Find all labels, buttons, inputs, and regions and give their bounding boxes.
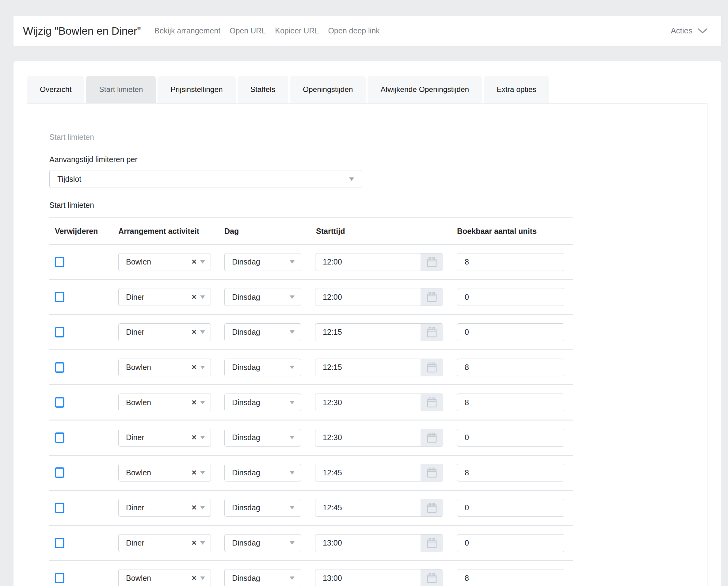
chevron-down-icon: [200, 436, 205, 439]
start-time-input[interactable]: [315, 534, 420, 552]
clear-icon[interactable]: ×: [191, 469, 197, 477]
calendar-button[interactable]: [420, 254, 443, 271]
day-select[interactable]: Dinsdag: [225, 288, 301, 306]
page-title: Wijzig "Bowlen en Diner": [23, 25, 141, 37]
start-time-input[interactable]: [315, 254, 420, 271]
calendar-button[interactable]: [420, 288, 443, 305]
units-input[interactable]: [457, 534, 564, 552]
row-delete-checkbox[interactable]: [55, 432, 64, 443]
day-select[interactable]: Dinsdag: [225, 464, 301, 481]
calendar-icon: [427, 362, 437, 373]
calendar-button[interactable]: [420, 534, 443, 552]
start-time-input[interactable]: [315, 324, 420, 341]
table-row: Diner × Dinsdag: [49, 421, 573, 456]
day-select[interactable]: Dinsdag: [225, 534, 301, 552]
day-select[interactable]: Dinsdag: [225, 253, 301, 271]
column-header-units: Boekbaar aantal units: [457, 227, 537, 235]
row-delete-checkbox[interactable]: [55, 257, 64, 267]
tab-prijsinstellingen[interactable]: Prijsinstellingen: [158, 76, 235, 103]
column-header-day: Dag: [225, 227, 239, 235]
activity-select[interactable]: Diner ×: [118, 288, 211, 306]
row-delete-checkbox[interactable]: [55, 468, 64, 478]
units-input[interactable]: [457, 569, 564, 586]
chevron-down-icon: [200, 260, 205, 264]
row-delete-checkbox[interactable]: [55, 503, 64, 513]
start-time-input[interactable]: [315, 394, 420, 411]
clear-icon[interactable]: ×: [191, 258, 197, 266]
day-select[interactable]: Dinsdag: [225, 569, 301, 586]
table-row: Diner × Dinsdag: [49, 280, 573, 315]
calendar-icon: [427, 291, 437, 303]
calendar-button[interactable]: [420, 499, 443, 516]
table-header-row: Verwijderen Arrangement activiteit Dag S…: [49, 218, 573, 245]
activity-select[interactable]: Bowlen ×: [118, 358, 211, 376]
activity-select[interactable]: Bowlen ×: [118, 569, 211, 586]
activity-select[interactable]: Bowlen ×: [118, 253, 211, 271]
day-select[interactable]: Dinsdag: [225, 394, 301, 411]
tab-openingstijden[interactable]: Openingstijden: [290, 76, 366, 103]
column-header-delete: Verwijderen: [55, 227, 98, 235]
tab-afwijkende-openingstijden[interactable]: Afwijkende Openingstijden: [367, 76, 482, 103]
units-input[interactable]: [457, 253, 564, 271]
tab-overzicht[interactable]: Overzicht: [27, 76, 84, 103]
calendar-button[interactable]: [420, 464, 443, 481]
start-time-input[interactable]: [315, 499, 420, 516]
start-time-input[interactable]: [315, 359, 420, 376]
header-link[interactable]: Bekijk arrangement: [155, 26, 220, 35]
calendar-button[interactable]: [420, 394, 443, 411]
units-input[interactable]: [457, 358, 564, 376]
limit-per-select[interactable]: Tijdslot: [49, 170, 362, 188]
row-delete-checkbox[interactable]: [55, 327, 64, 338]
row-delete-checkbox[interactable]: [55, 362, 64, 373]
chevron-down-icon: [290, 330, 294, 334]
chevron-down-icon: [200, 366, 205, 369]
clear-icon[interactable]: ×: [191, 433, 197, 442]
start-time-input[interactable]: [315, 288, 420, 305]
day-select[interactable]: Dinsdag: [225, 323, 301, 341]
units-input[interactable]: [457, 429, 564, 447]
calendar-button[interactable]: [420, 429, 443, 446]
tab-extra-opties[interactable]: Extra opties: [484, 76, 549, 103]
calendar-button[interactable]: [420, 324, 443, 341]
clear-icon[interactable]: ×: [191, 398, 197, 407]
header-link[interactable]: Open deep link: [328, 26, 380, 35]
calendar-button[interactable]: [420, 359, 443, 376]
tab-start-limieten[interactable]: Start limieten: [86, 76, 156, 103]
clear-icon[interactable]: ×: [191, 328, 197, 336]
clear-icon[interactable]: ×: [191, 539, 197, 547]
start-time-input[interactable]: [315, 429, 420, 446]
clear-icon[interactable]: ×: [191, 363, 197, 371]
activity-select[interactable]: Diner ×: [118, 534, 211, 552]
clear-icon[interactable]: ×: [191, 574, 197, 582]
activity-select[interactable]: Diner ×: [118, 429, 211, 447]
header-link[interactable]: Open URL: [230, 26, 266, 35]
activity-select[interactable]: Diner ×: [118, 323, 211, 341]
tab-staffels[interactable]: Staffels: [238, 76, 288, 103]
units-input[interactable]: [457, 394, 564, 411]
day-select[interactable]: Dinsdag: [225, 429, 301, 447]
units-input[interactable]: [457, 288, 564, 306]
header-link[interactable]: Kopieer URL: [275, 26, 319, 35]
start-time-input[interactable]: [315, 464, 420, 481]
units-input[interactable]: [457, 464, 564, 481]
day-select[interactable]: Dinsdag: [225, 358, 301, 376]
start-time-input[interactable]: [315, 569, 420, 586]
activity-select[interactable]: Bowlen ×: [118, 394, 211, 411]
activity-select[interactable]: Bowlen ×: [118, 464, 211, 481]
calendar-button[interactable]: [420, 569, 443, 586]
row-delete-checkbox[interactable]: [55, 397, 64, 408]
units-input[interactable]: [457, 499, 564, 517]
row-delete-checkbox[interactable]: [55, 573, 64, 583]
tab-bar: Overzicht Start limieten Prijsinstelling…: [27, 76, 549, 103]
day-select[interactable]: Dinsdag: [225, 499, 301, 517]
actions-dropdown-button[interactable]: Acties: [671, 26, 708, 35]
row-delete-checkbox[interactable]: [55, 292, 64, 302]
chevron-down-icon: [290, 436, 294, 439]
chevron-down-icon: [349, 178, 354, 181]
clear-icon[interactable]: ×: [191, 504, 197, 512]
chevron-down-icon: [290, 366, 294, 369]
clear-icon[interactable]: ×: [191, 293, 197, 301]
units-input[interactable]: [457, 323, 564, 341]
activity-select[interactable]: Diner ×: [118, 499, 211, 517]
row-delete-checkbox[interactable]: [55, 538, 64, 548]
